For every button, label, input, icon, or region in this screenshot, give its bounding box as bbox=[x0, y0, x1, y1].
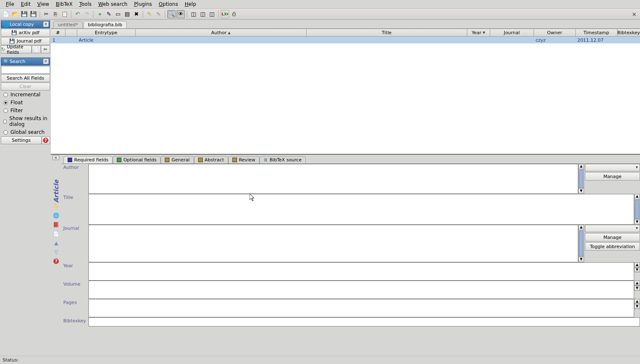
year-field[interactable] bbox=[88, 262, 634, 281]
close-panel-icon[interactable]: × bbox=[43, 21, 49, 27]
search-opt-dialog[interactable]: Show results in dialog bbox=[1, 115, 50, 128]
tab-abstract[interactable]: Abstract bbox=[194, 156, 228, 163]
tab-untitled[interactable]: untitled* bbox=[53, 21, 83, 28]
table-header: # Entrytype Author▲ Title Year▼ Journal … bbox=[51, 29, 640, 37]
menu-edit[interactable]: Edit bbox=[18, 0, 34, 8]
entry-editor: × Article ✨ 🌐 📕 📄 ▲ ▽ ? bbox=[51, 154, 640, 356]
arxiv-pdf-button[interactable]: 💾 arXiv pdf bbox=[1, 29, 50, 37]
settings-button[interactable]: Settings bbox=[1, 136, 42, 144]
arrow-up-icon[interactable]: ▲ bbox=[53, 240, 60, 246]
group-1-icon[interactable]: ◫ bbox=[189, 10, 198, 18]
copy-icon[interactable]: ⎘ bbox=[51, 10, 60, 18]
menu-help[interactable]: Help bbox=[181, 0, 199, 8]
pages-label: Pages bbox=[62, 299, 88, 317]
title-field[interactable] bbox=[88, 194, 634, 225]
globe-icon[interactable]: 🌐 bbox=[53, 212, 60, 219]
table-row[interactable]: 1 Article czyz 2011.12.07 bbox=[51, 37, 640, 43]
menu-bibtex[interactable]: BibTeX bbox=[53, 0, 76, 8]
tab-bibliografia[interactable]: bibliografia.bib bbox=[83, 21, 127, 28]
menu-file[interactable]: File bbox=[3, 0, 18, 8]
col-icon[interactable] bbox=[66, 29, 77, 36]
menu-view[interactable]: View bbox=[34, 0, 52, 8]
pages-field[interactable] bbox=[88, 299, 634, 317]
undo-icon[interactable]: ↶ bbox=[73, 10, 82, 18]
tab-required[interactable]: Required fields bbox=[63, 156, 113, 163]
menu-plugins[interactable]: Plugins bbox=[131, 0, 155, 8]
col-timestamp[interactable]: Timestamp bbox=[576, 29, 617, 36]
search-opt-float[interactable]: Float bbox=[1, 99, 50, 106]
group-3-icon[interactable]: ◫ bbox=[208, 10, 216, 18]
tab-bibtex-source[interactable]: ≣ BibTeX source bbox=[260, 156, 306, 163]
close-search-icon[interactable]: × bbox=[43, 58, 49, 64]
edit-strings-icon[interactable]: ▭ bbox=[114, 10, 122, 18]
journal-combo[interactable] bbox=[585, 225, 640, 232]
author-field[interactable] bbox=[88, 164, 578, 194]
tab-optional[interactable]: Optional fields bbox=[113, 156, 161, 163]
cut-icon[interactable]: ✂ bbox=[42, 10, 50, 18]
journal-manage-button[interactable]: Manage bbox=[585, 233, 640, 241]
bibtexkey-field[interactable] bbox=[88, 317, 640, 326]
lyx-icon[interactable]: LX▾ bbox=[221, 10, 229, 18]
menu-tools[interactable]: Tools bbox=[76, 0, 95, 8]
menu-websearch[interactable]: Web search bbox=[95, 0, 131, 8]
col-owner[interactable]: Owner bbox=[534, 29, 576, 36]
close-icon[interactable]: × bbox=[630, 11, 638, 18]
col-title[interactable]: Title bbox=[307, 29, 467, 36]
preview-toggle-icon[interactable]: 👁 bbox=[176, 10, 185, 18]
help-icon[interactable]: ? bbox=[53, 258, 60, 265]
new-icon[interactable]: 📄 bbox=[2, 10, 10, 18]
help-icon[interactable]: ? bbox=[42, 136, 50, 144]
author-scrollbar[interactable]: ▲▼ bbox=[578, 164, 584, 194]
file-icon[interactable]: 📄 bbox=[53, 231, 60, 237]
tab-review[interactable]: Review bbox=[228, 156, 260, 163]
push-icon[interactable]: ⎙ bbox=[230, 10, 238, 18]
search-opt-global[interactable]: Global search bbox=[1, 128, 50, 136]
wand-icon[interactable]: ✨ bbox=[53, 203, 60, 210]
col-author[interactable]: Author▲ bbox=[136, 29, 307, 36]
add-entry-icon[interactable]: ＋ bbox=[96, 10, 104, 18]
open-icon[interactable]: 📂 bbox=[11, 10, 19, 18]
update-fields-button[interactable]: ↻ Update fields bbox=[1, 45, 32, 53]
search-opt-incremental[interactable]: Incremental bbox=[1, 91, 50, 98]
redo-icon[interactable]: ↷ bbox=[83, 10, 91, 18]
author-manage-button[interactable]: Manage bbox=[585, 172, 640, 181]
author-combo[interactable] bbox=[585, 164, 640, 171]
year-spinner[interactable]: ▲▼ bbox=[634, 262, 640, 281]
col-num[interactable]: # bbox=[51, 29, 66, 36]
volume-label: Volume bbox=[62, 281, 88, 299]
group-2-icon[interactable]: ◫ bbox=[199, 10, 207, 18]
update-aux-2-button[interactable]: ✂ bbox=[41, 45, 50, 53]
clear-button[interactable]: Clear bbox=[1, 83, 50, 90]
journal-field[interactable] bbox=[88, 225, 578, 262]
search-opt-filter[interactable]: Filter bbox=[1, 107, 50, 114]
edit-entry-icon[interactable]: ✎ bbox=[105, 10, 113, 18]
pages-spinner[interactable]: ▲▼ bbox=[634, 299, 640, 317]
volume-field[interactable] bbox=[88, 281, 634, 299]
paste-icon[interactable]: 📋 bbox=[60, 10, 69, 18]
col-entrytype[interactable]: Entrytype bbox=[77, 29, 136, 36]
delete-entry-icon[interactable]: ✖ bbox=[132, 10, 141, 18]
col-year[interactable]: Year▼ bbox=[467, 29, 490, 36]
mark-icon[interactable]: ✎ bbox=[145, 10, 154, 18]
update-aux-1-button[interactable]: 📄 bbox=[32, 45, 41, 53]
journal-scrollbar[interactable]: ▲▼ bbox=[578, 225, 584, 262]
title-scrollbar[interactable]: ▲▼ bbox=[634, 194, 640, 225]
save-icon[interactable]: 💾 bbox=[20, 10, 28, 18]
search-toggle-icon[interactable]: 🔍 bbox=[167, 10, 176, 18]
col-bibtexkey[interactable]: Bibtexkey bbox=[617, 29, 640, 36]
arrow-down-icon[interactable]: ▽ bbox=[53, 249, 60, 256]
tab-general[interactable]: General bbox=[161, 156, 194, 163]
toggle-abbrev-button[interactable]: Toggle abbreviation bbox=[585, 242, 640, 251]
col-journal[interactable]: Journal bbox=[490, 29, 534, 36]
save-all-icon[interactable]: 💾 bbox=[29, 10, 38, 18]
search-all-button[interactable]: Search All Fields bbox=[1, 74, 50, 82]
pdf-icon[interactable]: 📕 bbox=[53, 221, 60, 228]
search-title: Search bbox=[10, 59, 25, 64]
unmark-icon[interactable]: ✎ bbox=[154, 10, 163, 18]
close-editor-icon[interactable]: × bbox=[53, 155, 59, 160]
edit-preamble-icon[interactable]: ▤ bbox=[123, 10, 131, 18]
menu-options[interactable]: Options bbox=[155, 0, 181, 8]
volume-spinner[interactable]: ▲▼ bbox=[634, 281, 640, 299]
main-content: untitled* bibliografia.bib # Entrytype A… bbox=[51, 20, 640, 356]
search-input[interactable] bbox=[1, 66, 50, 74]
